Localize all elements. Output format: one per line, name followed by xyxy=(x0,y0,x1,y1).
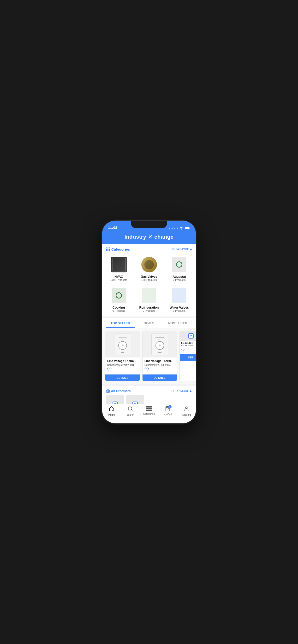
gas-valves-image xyxy=(140,256,158,273)
cooking-count: 0 Products xyxy=(112,309,125,312)
signal-dot-3 xyxy=(174,228,175,229)
gas-valves-count: 158 Products xyxy=(141,278,157,281)
svg-rect-1 xyxy=(189,228,190,228)
mini-product-1[interactable]: ? xyxy=(106,395,124,404)
tab-top-seller[interactable]: TOP SELLER xyxy=(106,318,135,328)
category-grid: HVAC 1798 Products Gas Valves 158 Produc… xyxy=(102,254,196,316)
signal-dot-4 xyxy=(177,228,178,229)
nav-home-label: Home xyxy=(108,414,115,416)
nav-categories[interactable]: Categories xyxy=(142,406,156,415)
product-card-2[interactable]: Robertshaw Line Voltage The xyxy=(142,331,177,382)
nav-home[interactable]: Home xyxy=(105,406,118,416)
aquastat-name: Aquastat xyxy=(173,275,186,278)
wifi-icon xyxy=(180,227,183,230)
search-icon xyxy=(128,406,133,413)
product-info-2: Line Voltage Therm... Robertshaw's Part … xyxy=(142,358,177,366)
nav-search-label: Search xyxy=(126,414,134,416)
mini-question-1: ? xyxy=(112,402,118,404)
water-valves-image xyxy=(171,287,188,304)
nav-account[interactable]: Account xyxy=(180,406,193,416)
heart-icon-2 xyxy=(144,367,149,372)
product-name-2: Line Voltage Therm... xyxy=(144,360,175,363)
categories-section-header: Categories SHOP MORE ▶ xyxy=(102,244,196,254)
product-name-1: Line Voltage Therm... xyxy=(107,360,138,363)
gas-valves-name: Gas Valves xyxy=(141,275,158,278)
categories-shop-more[interactable]: SHOP MORE ▶ xyxy=(172,248,192,251)
battery-icon xyxy=(185,227,190,230)
cart-badge: 1 xyxy=(168,405,172,408)
nav-cart[interactable]: 1 My Cart xyxy=(161,406,175,416)
product-card-1[interactable]: Robertshaw Line Voltage The xyxy=(105,331,140,382)
details-button-1[interactable]: DETAILS xyxy=(105,374,140,381)
home-icon xyxy=(109,406,114,413)
aquastat-image xyxy=(171,256,188,273)
all-products-shop-more[interactable]: SHOP MORE ▶ xyxy=(172,389,192,393)
water-valves-count: 0 Products xyxy=(173,309,186,312)
thermostat-visual-1: Robertshaw xyxy=(114,334,131,355)
product-info-3: 81-101154 Robertshaw 716554 xyxy=(180,341,196,348)
product-tabs: TOP SELLER DEALS MOST LIKED xyxy=(102,318,196,328)
status-time: 11:08 xyxy=(108,226,117,230)
nav-account-label: Account xyxy=(182,414,191,416)
details-button-2[interactable]: DETAILS xyxy=(142,374,177,381)
product-part-1: Robertshaw's Part #: 801 xyxy=(107,364,138,366)
content-area: Categories SHOP MORE ▶ HVAC 1798 Product… xyxy=(102,244,196,404)
category-hvac[interactable]: HVAC 1798 Products xyxy=(104,254,133,284)
hvac-image xyxy=(110,256,127,273)
mini-product-2[interactable]: ? xyxy=(126,395,144,404)
product-part-2: Robertshaw's Part #: 802 xyxy=(144,364,175,366)
nav-categories-label: Categories xyxy=(143,412,155,415)
heart-icon-1 xyxy=(107,367,112,372)
refrigeration-image xyxy=(140,287,158,304)
svg-rect-4 xyxy=(172,288,186,302)
bottom-nav: Home Search xyxy=(102,404,196,423)
product-heart-3[interactable] xyxy=(180,348,196,354)
details-button-3[interactable]: DET xyxy=(180,354,196,361)
all-products-header: All Products SHOP MORE ▶ xyxy=(106,389,192,393)
category-refrigeration[interactable]: Refrigeration 0 Products xyxy=(134,284,164,314)
svg-point-8 xyxy=(186,407,187,408)
thermostat-visual-2: Robertshaw xyxy=(152,334,168,355)
svg-rect-3 xyxy=(142,288,156,302)
tab-deals[interactable]: DEALS xyxy=(135,318,163,328)
app-logo: Industry ✕ change xyxy=(107,234,191,240)
briefcase-icon xyxy=(106,389,110,393)
category-aquastat[interactable]: Aquastat 0 Products xyxy=(165,254,194,284)
cart-icon-wrap: 1 xyxy=(165,406,171,412)
product-card-3[interactable]: ? 81-101154 Robertshaw 716554 DET xyxy=(180,331,196,382)
tab-most-liked[interactable]: MOST LIKED xyxy=(163,318,192,328)
hvac-count: 1798 Products xyxy=(110,278,127,281)
question-badge-3: ? xyxy=(188,333,194,338)
status-icons xyxy=(169,227,190,230)
product-brand-3: Robertshaw 716554 xyxy=(181,344,196,347)
product-image-3: ? xyxy=(180,331,196,341)
cooking-name: Cooking xyxy=(112,306,125,309)
category-cooking[interactable]: Cooking 0 Products xyxy=(104,284,133,314)
all-products-title[interactable]: All Products xyxy=(106,389,130,393)
product-image-1: Robertshaw xyxy=(105,331,140,358)
water-valves-name: Water Valves xyxy=(170,306,189,309)
app-header: Industry ✕ change xyxy=(102,232,196,244)
refrigeration-count: 0 Products xyxy=(143,309,156,312)
nav-search[interactable]: Search xyxy=(123,406,137,416)
logo-x: ✕ xyxy=(148,234,153,240)
grid-icon xyxy=(106,248,110,251)
svg-rect-5 xyxy=(106,390,109,392)
signal-dot-1 xyxy=(169,228,170,229)
hvac-name: HVAC xyxy=(114,275,123,278)
signal-dot-2 xyxy=(172,228,173,229)
categories-title[interactable]: Categories xyxy=(106,247,130,251)
categories-icon xyxy=(146,406,152,412)
svg-rect-2 xyxy=(185,227,189,229)
all-products-mini-row: ? ? xyxy=(106,393,192,404)
nav-cart-label: My Cart xyxy=(164,413,172,416)
category-water-valves[interactable]: Water Valves 0 Products xyxy=(165,284,194,314)
category-gas-valves[interactable]: Gas Valves 158 Products xyxy=(134,254,164,284)
mini-question-2: ? xyxy=(132,402,138,404)
product-heart-2[interactable] xyxy=(142,366,177,374)
product-image-2: Robertshaw xyxy=(142,331,177,358)
refrigeration-name: Refrigeration xyxy=(139,306,159,309)
heart-icon-3 xyxy=(181,348,185,352)
all-products-section: All Products SHOP MORE ▶ ? ? xyxy=(102,386,196,404)
product-heart-1[interactable] xyxy=(105,366,140,374)
